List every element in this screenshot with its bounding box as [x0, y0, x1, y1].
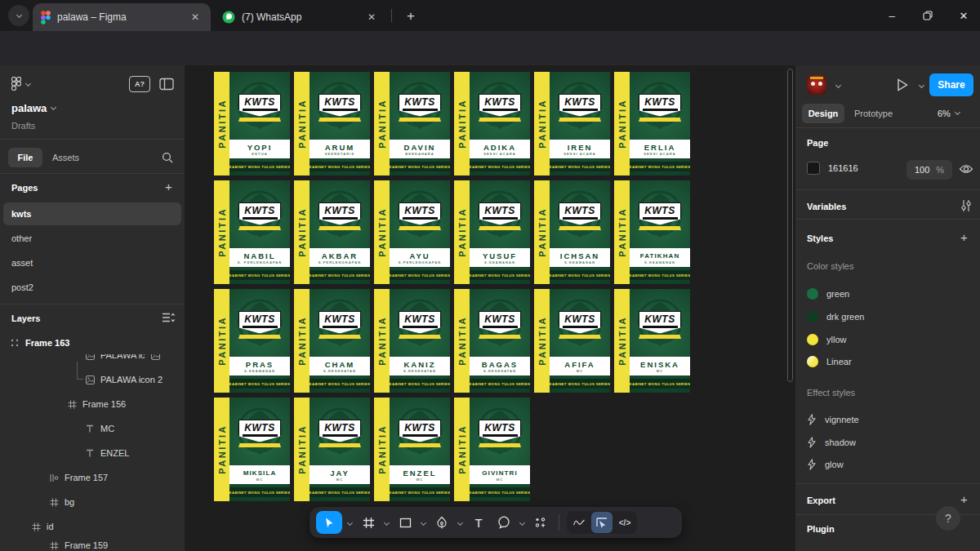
- layer-frame-156[interactable]: Frame 156: [0, 393, 126, 415]
- id-card-yusuf[interactable]: PANITIAKWTSYUSUFS.KEAMANANKABINET WONG T…: [454, 180, 530, 284]
- layer-bg[interactable]: bg: [0, 491, 74, 513]
- add-style-icon[interactable]: +: [960, 230, 968, 244]
- collapse-layers-icon[interactable]: [162, 312, 175, 323]
- tab-close-icon[interactable]: ✕: [188, 10, 203, 24]
- browser-tab-whatsapp[interactable]: (7) WhatsApp ✕: [214, 3, 387, 31]
- chevron-down-icon[interactable]: [919, 82, 924, 88]
- id-card-akbar[interactable]: PANITIAKWTSAKBARS.PERLENGKAPANKABINET WO…: [294, 180, 370, 284]
- id-card-davin[interactable]: PANITIAKWTSDAVINBENDAHARAKABINET WONG TU…: [374, 72, 450, 176]
- color-style-yllow[interactable]: yllow: [807, 331, 846, 348]
- shape-tool-chevron-icon[interactable]: [421, 519, 426, 525]
- color-style-Linear[interactable]: Linear: [807, 353, 852, 370]
- page-item-asset[interactable]: asset: [3, 251, 181, 274]
- id-card-enzel[interactable]: PANITIAKWTSENZELMCKABINET WONG TULUS SER…: [374, 398, 450, 501]
- page-item-other[interactable]: other: [3, 227, 181, 250]
- tab-prototype[interactable]: Prototype: [854, 109, 893, 118]
- search-icon[interactable]: [162, 152, 173, 163]
- page-item-post2[interactable]: post2: [3, 276, 181, 299]
- effect-style-shadow[interactable]: shadow: [807, 434, 856, 451]
- missing-fonts-icon[interactable]: A?: [129, 76, 150, 92]
- add-page-icon[interactable]: +: [165, 180, 172, 193]
- frame-tool[interactable]: [358, 512, 379, 533]
- id-card-kaniz[interactable]: PANITIAKWTSKANIZS.KESEHATANKABINET WONG …: [374, 289, 450, 393]
- dev-mode-code-tool[interactable]: </>: [614, 512, 635, 533]
- id-card-cham[interactable]: PANITIAKWTSCHAMS.KESEHATANKABINET WONG T…: [294, 289, 370, 393]
- add-export-icon[interactable]: +: [960, 492, 968, 506]
- id-card-ayu[interactable]: PANITIAKWTSAYUS.PERLENGKAPANKABINET WONG…: [374, 180, 450, 284]
- tab-file[interactable]: File: [8, 148, 42, 167]
- shape-tool[interactable]: [394, 512, 416, 533]
- comment-tool[interactable]: [493, 512, 514, 533]
- id-card-afifa[interactable]: PANITIAKWTSAFIFAMCKABINET WONG TULUS SER…: [534, 289, 610, 393]
- page-color-swatch[interactable]: [807, 162, 820, 175]
- share-button[interactable]: Share: [929, 73, 973, 96]
- effect-style-glow[interactable]: glow: [807, 456, 844, 473]
- card-name: GIVINTRI: [482, 469, 517, 478]
- card-name: CHAM: [325, 360, 355, 369]
- toggle-sidebar-icon[interactable]: [158, 76, 175, 92]
- measure-dev-tool[interactable]: [591, 512, 612, 533]
- layer-mc[interactable]: MC: [0, 417, 114, 440]
- comment-tool-chevron-icon[interactable]: [519, 519, 525, 525]
- file-location[interactable]: Drafts: [11, 121, 35, 131]
- id-card-iren[interactable]: PANITIAKWTSIRENSEKSI ACARAKABINET WONG T…: [534, 72, 610, 176]
- figma-main-menu[interactable]: [11, 77, 30, 91]
- color-style-drk-green[interactable]: drk green: [807, 309, 864, 325]
- present-play-icon[interactable]: [897, 78, 908, 91]
- browser-tab-figma[interactable]: palawa – Figma ✕: [33, 3, 211, 31]
- text-tool[interactable]: T: [468, 512, 489, 533]
- page-item-kwts[interactable]: kwts: [3, 202, 181, 225]
- figma-canvas[interactable]: PANITIAKWTSYOPIKETUAKABINET WONG TULUS S…: [185, 65, 795, 551]
- effect-style-vignnete[interactable]: vignnete: [807, 411, 859, 428]
- actions-tool[interactable]: [530, 512, 551, 533]
- layer-enzel[interactable]: ENZEL: [0, 442, 129, 464]
- layer-frame-163[interactable]: Frame 163: [0, 331, 185, 354]
- id-card-jay[interactable]: PANITIAKWTSJAYMCKABINET WONG TULUS SERIE…: [294, 398, 370, 501]
- id-card-adika[interactable]: PANITIAKWTSADIKASEKSI ACARAKABINET WONG …: [454, 72, 530, 176]
- close-button[interactable]: ✕: [946, 0, 980, 31]
- kwts-logo-shield: KWTS: [238, 311, 281, 334]
- color-style-green[interactable]: green: [807, 286, 849, 302]
- pen-tool-chevron-icon[interactable]: [457, 519, 463, 525]
- id-card-yopi[interactable]: PANITIAKWTSYOPIKETUAKABINET WONG TULUS S…: [214, 72, 290, 176]
- layer-frame-157[interactable]: Frame 157: [0, 466, 108, 489]
- page-opacity-field[interactable]: 100 %: [906, 160, 952, 180]
- tab-assets[interactable]: Assets: [52, 153, 79, 162]
- annotate-tool[interactable]: [568, 512, 590, 533]
- id-card-nabil[interactable]: PANITIAKWTSNABILS. PERLENGKAPANKABINET W…: [214, 180, 290, 284]
- new-tab-button[interactable]: +: [400, 6, 421, 27]
- card-side-strip: PANITIA: [454, 180, 470, 284]
- visibility-eye-icon[interactable]: [959, 162, 973, 176]
- tab-design[interactable]: Design: [802, 104, 844, 123]
- card-footer: KABINET WONG TULUS SERIES: [470, 487, 530, 497]
- minimize-button[interactable]: –: [874, 0, 910, 31]
- help-button[interactable]: ?: [936, 506, 960, 531]
- move-tool-chevron-icon[interactable]: [347, 519, 353, 525]
- kwts-logo-shield: KWTS: [238, 202, 281, 225]
- id-card-miksila[interactable]: PANITIAKWTSMIKSILAMCKABINET WONG TULUS S…: [214, 398, 290, 501]
- id-card-givintri[interactable]: PANITIAKWTSGIVINTRIMCKABINET WONG TULUS …: [454, 398, 530, 501]
- layer-palawa-icon-2[interactable]: PALAWA icon 2: [0, 368, 163, 391]
- restore-button[interactable]: [910, 0, 946, 31]
- zoom-level[interactable]: 6%: [938, 109, 960, 118]
- id-card-arum[interactable]: PANITIAKWTSARUMSEKRETARISKABINET WONG TU…: [294, 72, 370, 176]
- tab-close-icon[interactable]: ✕: [364, 10, 379, 24]
- id-card-ichsan[interactable]: PANITIAKWTSICHSANS.KEAMANANKABINET WONG …: [534, 180, 610, 284]
- layer-frame-159[interactable]: Frame 159: [0, 534, 108, 551]
- avatar[interactable]: [807, 75, 826, 95]
- chevron-down-icon[interactable]: [835, 82, 841, 88]
- move-tool[interactable]: [316, 511, 342, 534]
- id-card-pras[interactable]: PANITIAKWTSPRASS.KEAMANANKABINET WONG TU…: [214, 289, 290, 393]
- variables-sliders-icon[interactable]: [960, 199, 972, 212]
- file-name[interactable]: palawa: [11, 102, 56, 114]
- page-color-hex[interactable]: 161616: [828, 163, 858, 173]
- frame-tool-chevron-icon[interactable]: [384, 519, 390, 525]
- id-card-eniska[interactable]: PANITIAKWTSENISKAMCKABINET WONG TULUS SE…: [614, 289, 690, 393]
- id-card-fatikhan[interactable]: PANITIAKWTSFATIKHANS.KEAMANANKABINET WON…: [614, 180, 690, 284]
- pen-tool[interactable]: [431, 512, 452, 533]
- id-card-bagas[interactable]: PANITIAKWTSBAGASS.KESEHATANKABINET WONG …: [454, 289, 530, 393]
- id-card-erlia[interactable]: PANITIAKWTSERLIASEKSI ACARAKABINET WONG …: [614, 72, 690, 176]
- kwts-logo-ribbon-icon: [318, 335, 361, 339]
- tab-search-button[interactable]: [8, 5, 29, 26]
- canvas-scrollbar[interactable]: [787, 69, 793, 382]
